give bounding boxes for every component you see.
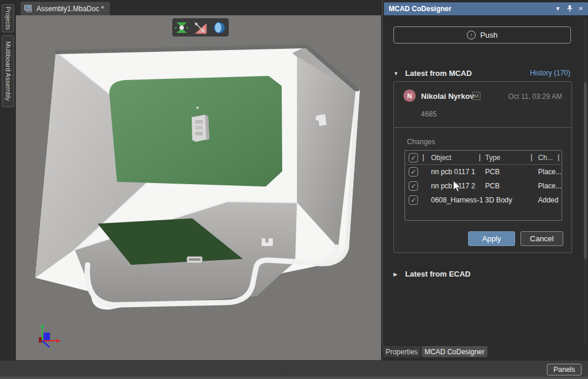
cell-change: Added <box>538 196 559 204</box>
section-mcad-label: Latest from MCAD <box>405 69 472 78</box>
cell-object: 0608_Harness-1 <box>431 196 483 204</box>
table-row[interactable]: ✓ nn pcb 0117 1 PCB Place... <box>405 165 562 179</box>
panel-title: MCAD CoDesigner <box>389 5 549 13</box>
push-up-arrow-icon: ↑ <box>467 31 476 39</box>
panel-menu-icon[interactable]: ▼ <box>555 6 561 12</box>
left-panel-rail: Projects Multiboard Assembly <box>0 0 16 360</box>
measure-icon[interactable] <box>193 20 208 35</box>
cell-type: PCB <box>485 182 500 190</box>
document-tab-bar: Assembly1.MbaDoc * <box>16 0 381 15</box>
mcad-origin-badge: M <box>472 92 480 100</box>
column-header-change[interactable]: Ch... <box>538 154 553 162</box>
column-resize-handle[interactable] <box>531 154 532 161</box>
tab-properties[interactable]: Properties <box>383 346 420 357</box>
expand-arrow-icon[interactable]: ▶ <box>393 271 399 277</box>
history-link[interactable]: History (170) <box>530 69 570 77</box>
mcad-codesigner-panel: MCAD CoDesigner ▼ ✕ ↑ Push ▼ Latest from… <box>382 0 588 360</box>
column-header-type[interactable]: Type <box>485 154 500 162</box>
sidebar-tab-multiboard-assembly[interactable]: Multiboard Assembly <box>2 35 14 107</box>
commit-author: Nikolai Nyrkov <box>421 92 474 101</box>
changes-label: Changes <box>407 138 435 146</box>
multiboard-document-icon <box>24 5 33 12</box>
sidebar-tab-multiboard-assembly-label: Multiboard Assembly <box>5 41 12 101</box>
changes-table: ✓ Object Type Ch... ✓ nn pcb 0117 1 PCB … <box>405 150 562 221</box>
avatar: N <box>403 89 416 102</box>
row-checkbox[interactable]: ✓ <box>409 195 418 205</box>
align-boards-icon[interactable] <box>174 20 189 35</box>
panel-scrollbar[interactable] <box>584 18 587 344</box>
pcb-top[interactable] <box>109 76 282 187</box>
document-tab-assembly1[interactable]: Assembly1.MbaDoc * <box>21 2 110 15</box>
pcb-bottom-connector <box>187 257 202 263</box>
row-checkbox[interactable]: ✓ <box>409 181 418 191</box>
changes-table-header: ✓ Object Type Ch... <box>405 151 562 165</box>
window-bottom-edge <box>0 377 588 379</box>
panel-scrollbar-thumb[interactable] <box>584 82 587 259</box>
column-resize-handle[interactable] <box>423 154 424 161</box>
tab-mcad-codesigner[interactable]: MCAD CoDesigner <box>422 346 487 357</box>
section-ecad-label: Latest from ECAD <box>405 270 470 278</box>
pin-icon[interactable] <box>567 5 573 13</box>
cancel-button[interactable]: Cancel <box>520 231 563 246</box>
document-tab-label: Assembly1.MbaDoc * <box>36 5 104 13</box>
commit-date: Oct 11, 03:29 AM <box>508 92 562 101</box>
push-button[interactable]: ↑ Push <box>393 26 571 44</box>
row-checkbox[interactable]: ✓ <box>409 167 418 177</box>
column-resize-handle[interactable] <box>558 154 559 161</box>
panels-button[interactable]: Panels <box>547 364 582 375</box>
column-header-object[interactable]: Object <box>431 154 452 162</box>
cell-change: Place... <box>538 168 562 176</box>
table-row[interactable]: ✓ nn pcb 0117 2 PCB Place... <box>405 179 562 193</box>
panel-header[interactable]: MCAD CoDesigner ▼ ✕ <box>384 2 588 15</box>
sidebar-tab-projects-label: Projects <box>5 6 12 30</box>
status-bar: Panels <box>0 360 588 379</box>
cell-object: nn pcb 0117 2 <box>431 182 475 190</box>
commit-id: 4685 <box>421 110 437 118</box>
latest-mcad-card: N Nikolai Nyrkov M Oct 11, 03:29 AM 4685… <box>393 81 572 253</box>
statusbar-divider <box>286 363 287 375</box>
section-view-icon[interactable] <box>212 20 227 35</box>
sidebar-tab-projects[interactable]: Projects <box>2 4 14 32</box>
3d-viewport-scene <box>16 15 381 360</box>
select-all-checkbox[interactable]: ✓ <box>409 153 418 162</box>
viewport-toolbar <box>172 18 229 36</box>
collapse-arrow-icon[interactable]: ▼ <box>393 71 399 77</box>
close-icon[interactable]: ✕ <box>579 6 583 12</box>
push-button-label: Push <box>480 31 498 39</box>
application-window: Projects Multiboard Assembly Assembly1.M… <box>0 0 588 379</box>
cell-type: 3D Body <box>485 196 512 204</box>
cell-object: nn pcb 0117 1 <box>431 168 475 176</box>
section-latest-from-mcad[interactable]: ▼ Latest from MCAD <box>393 69 472 78</box>
3d-viewport[interactable] <box>16 15 381 360</box>
apply-button[interactable]: Apply <box>468 231 515 246</box>
table-row[interactable]: ✓ 0608_Harness-1 3D Body Added <box>405 193 562 207</box>
cell-type: PCB <box>485 168 500 176</box>
section-latest-from-ecad[interactable]: ▶ Latest from ECAD <box>393 270 470 278</box>
panel-tab-strip: Properties MCAD CoDesigner <box>382 346 588 358</box>
column-resize-handle[interactable] <box>479 154 480 161</box>
cell-change: Place... <box>538 182 562 190</box>
card-divider <box>394 127 572 128</box>
